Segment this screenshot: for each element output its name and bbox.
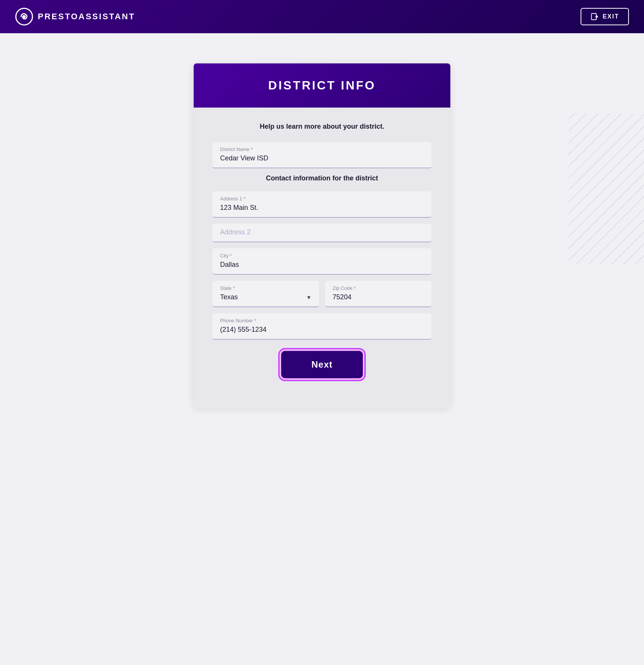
next-button[interactable]: Next (281, 351, 363, 378)
address1-value: 123 Main St. (220, 204, 424, 212)
city-label: City * (220, 253, 424, 259)
app-header: PRESTOASSISTANT EXIT (0, 0, 644, 33)
exit-icon (590, 12, 599, 21)
state-value: Texas (220, 293, 302, 301)
city-value: Dallas (220, 261, 424, 269)
state-zip-row: State * Texas ▼ Zip Code * 75204 (213, 281, 431, 307)
next-button-wrapper: Next (213, 351, 431, 393)
phone-field[interactable]: Phone Number * (214) 555-1234 (213, 313, 431, 340)
main-content: DISTRICT INFO Help us learn more about y… (0, 33, 644, 665)
state-content: State * Texas (220, 285, 302, 301)
card-title: DISTRICT INFO (205, 79, 439, 92)
card-header: DISTRICT INFO (194, 63, 450, 108)
address2-placeholder: Address 2 (220, 228, 424, 236)
district-name-value: Cedar View ISD (220, 154, 424, 162)
logo-text: PRESTOASSISTANT (38, 12, 135, 22)
logo-icon (15, 8, 33, 26)
state-field[interactable]: State * Texas ▼ (213, 281, 319, 307)
card-body: Help us learn more about your district. … (194, 108, 450, 408)
district-name-label: District Name * (220, 146, 424, 152)
phone-label: Phone Number * (220, 318, 424, 323)
exit-button[interactable]: EXIT (581, 8, 629, 25)
address1-field[interactable]: Address 1 * 123 Main St. (213, 191, 431, 218)
city-field[interactable]: City * Dallas (213, 248, 431, 275)
address2-field[interactable]: Address 2 (213, 224, 431, 242)
phone-value: (214) 555-1234 (220, 326, 424, 334)
zip-field[interactable]: Zip Code * 75204 (325, 281, 431, 307)
contact-section-label: Contact information for the district (213, 174, 431, 182)
logo: PRESTOASSISTANT (15, 8, 135, 26)
state-label: State * (220, 285, 302, 291)
district-name-field[interactable]: District Name * Cedar View ISD (213, 142, 431, 168)
svg-point-1 (23, 15, 26, 18)
subtitle: Help us learn more about your district. (213, 123, 431, 131)
chevron-down-icon: ▼ (306, 294, 311, 300)
district-info-card: DISTRICT INFO Help us learn more about y… (194, 63, 450, 408)
address1-label: Address 1 * (220, 196, 424, 202)
zip-value: 75204 (333, 293, 424, 301)
zip-label: Zip Code * (333, 285, 424, 291)
